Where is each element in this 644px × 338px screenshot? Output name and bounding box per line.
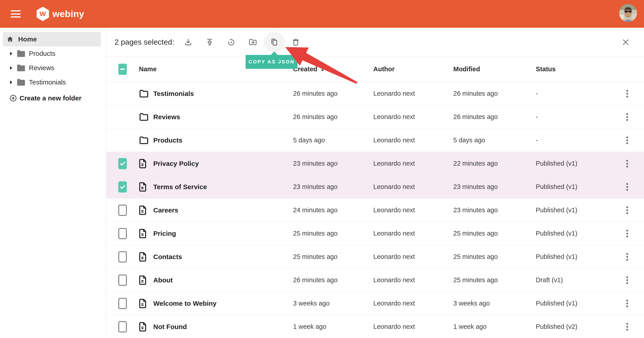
table-row[interactable]: About26 minutes agoLeonardo next25 minut…: [106, 268, 644, 292]
row-checkbox[interactable]: [118, 251, 127, 262]
row-status: Published (v2): [536, 323, 619, 330]
sidebar-item-testimonials[interactable]: Testimonials: [0, 75, 106, 90]
column-header-author[interactable]: Author: [373, 66, 453, 73]
webiny-logo[interactable]: W webiny: [36, 7, 84, 21]
row-checkbox[interactable]: [118, 274, 127, 286]
home-icon: [6, 36, 14, 43]
export-icon[interactable]: [205, 38, 214, 46]
row-modified: 26 minutes ago: [453, 90, 536, 97]
row-name[interactable]: About: [153, 276, 293, 284]
table-body: Testimonials26 minutes agoLeonardo next2…: [106, 82, 644, 338]
row-checkbox[interactable]: [118, 298, 127, 309]
folder-icon: [16, 50, 26, 58]
row-menu-button[interactable]: [625, 275, 630, 285]
sort-desc-icon: [320, 66, 325, 72]
download-icon[interactable]: [184, 38, 193, 46]
webiny-page-manager: W webiny: [0, 0, 644, 338]
row-author: Leonardo next: [373, 253, 453, 260]
row-name[interactable]: Contacts: [153, 253, 293, 261]
folder-icon: [139, 113, 153, 121]
create-folder-button[interactable]: Create a new folder: [0, 91, 106, 105]
row-created: 5 days ago: [293, 136, 373, 144]
row-author: Leonardo next: [373, 276, 453, 284]
folder-icon: [16, 64, 26, 72]
row-modified: 25 minutes ago: [453, 276, 536, 284]
table-row[interactable]: Welcome to Webiny3 weeks agoLeonardo nex…: [106, 292, 644, 315]
table-row[interactable]: Pricing25 minutes agoLeonardo next25 min…: [106, 222, 644, 245]
row-menu-button[interactable]: [625, 112, 630, 122]
chevron-right-icon[interactable]: [10, 80, 13, 84]
row-checkbox[interactable]: [118, 205, 127, 216]
table-row[interactable]: Reviews26 minutes agoLeonardo next26 min…: [106, 105, 644, 129]
column-header-modified[interactable]: Modified: [453, 66, 536, 73]
user-avatar[interactable]: [619, 4, 637, 22]
table-row[interactable]: Careers24 minutes agoLeonardo next23 min…: [106, 198, 644, 222]
table-row[interactable]: Products5 days agoLeonardo next5 days ag…: [106, 129, 644, 152]
row-author: Leonardo next: [373, 300, 453, 307]
move-to-folder-icon[interactable]: [248, 38, 257, 46]
document-icon: [139, 182, 153, 192]
menu-icon[interactable]: [11, 10, 20, 18]
row-name[interactable]: Pricing: [153, 230, 293, 237]
row-modified: 3 weeks ago: [453, 300, 536, 307]
sidebar-item-label: Reviews: [29, 64, 54, 72]
chevron-right-icon[interactable]: [10, 66, 13, 70]
row-checkbox[interactable]: [118, 158, 127, 169]
row-checkbox[interactable]: [118, 321, 127, 332]
row-created: 23 minutes ago: [293, 160, 373, 167]
row-menu-button[interactable]: [625, 135, 630, 146]
document-icon: [139, 158, 153, 169]
row-name[interactable]: Welcome to Webiny: [153, 300, 293, 307]
row-author: Leonardo next: [373, 90, 453, 97]
table-row[interactable]: Not Found1 week agoLeonardo next1 week a…: [106, 315, 644, 338]
row-name[interactable]: Products: [153, 136, 293, 144]
row-modified: 23 minutes ago: [453, 183, 536, 190]
table-row[interactable]: Contacts25 minutes agoLeonardo next25 mi…: [106, 245, 644, 268]
row-author: Leonardo next: [373, 160, 453, 167]
row-name[interactable]: Testimonials: [153, 90, 293, 98]
restore-icon[interactable]: [227, 38, 236, 46]
row-name[interactable]: Privacy Policy: [153, 160, 293, 168]
row-created: 25 minutes ago: [293, 253, 373, 260]
table-row[interactable]: Privacy Policy23 minutes agoLeonardo nex…: [106, 152, 644, 175]
column-header-status[interactable]: Status: [536, 66, 619, 73]
row-author: Leonardo next: [373, 206, 453, 214]
row-name[interactable]: Reviews: [153, 113, 293, 121]
document-icon: [139, 228, 153, 239]
document-icon: [139, 298, 153, 309]
row-status: Published (v1): [536, 206, 619, 214]
document-icon: [139, 205, 153, 216]
sidebar-item-home[interactable]: Home: [3, 32, 101, 46]
close-icon[interactable]: [621, 38, 630, 46]
row-checkbox[interactable]: [118, 228, 127, 239]
row-modified: 5 days ago: [453, 136, 536, 144]
copy-icon[interactable]: [270, 38, 279, 46]
row-menu-button[interactable]: [625, 298, 630, 309]
row-created: 3 weeks ago: [293, 300, 373, 307]
row-menu-button[interactable]: [625, 228, 630, 239]
row-menu-button[interactable]: [625, 88, 630, 99]
row-menu-button[interactable]: [625, 182, 630, 192]
row-menu-button[interactable]: [625, 322, 630, 332]
row-name[interactable]: Careers: [153, 206, 293, 214]
table-row[interactable]: Testimonials26 minutes agoLeonardo next2…: [106, 82, 644, 105]
row-checkbox[interactable]: [118, 181, 127, 192]
chevron-right-icon[interactable]: [10, 52, 13, 56]
copy-as-json-tooltip: COPY AS JSON: [246, 55, 298, 69]
table-header: Name Created Author Modified Status: [106, 56, 644, 82]
select-all-checkbox[interactable]: [118, 64, 127, 75]
sidebar-item-products[interactable]: Products: [0, 46, 106, 61]
table-row[interactable]: Terms of Service23 minutes agoLeonardo n…: [106, 175, 644, 198]
row-status: -: [536, 90, 619, 97]
delete-icon[interactable]: [291, 38, 300, 46]
column-header-created[interactable]: Created: [293, 66, 373, 73]
row-name[interactable]: Not Found: [153, 323, 293, 330]
row-menu-button[interactable]: [625, 252, 630, 262]
row-name[interactable]: Terms of Service: [153, 183, 293, 191]
row-menu-button[interactable]: [625, 205, 630, 216]
row-created: 26 minutes ago: [293, 113, 373, 120]
row-modified: 22 minutes ago: [453, 160, 536, 167]
row-modified: 23 minutes ago: [453, 206, 536, 214]
row-menu-button[interactable]: [625, 158, 630, 169]
sidebar-item-reviews[interactable]: Reviews: [0, 61, 106, 75]
